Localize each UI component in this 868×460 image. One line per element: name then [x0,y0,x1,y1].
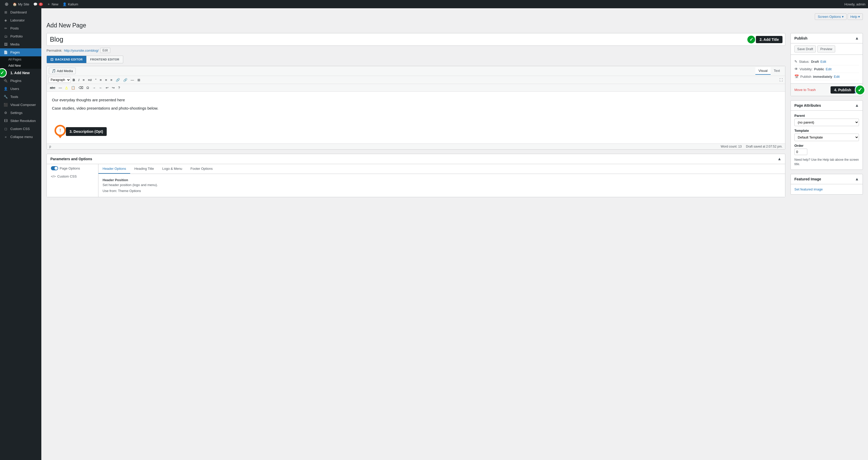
menu-item-plugins[interactable]: 🔌 Plugins [0,77,41,85]
menu-item-pages[interactable]: 📄 Pages [0,48,41,56]
menu-item-media[interactable]: 🖼 Media [0,40,41,48]
hr-button[interactable]: — [57,85,64,90]
permalink-edit-button[interactable]: Edit [100,48,110,53]
special-chars-button[interactable]: Ω [85,85,91,90]
new-content-link[interactable]: ＋ New [45,0,60,8]
menu-item-dashboard[interactable]: ⊞ Dashboard [0,8,41,16]
align-center-button[interactable]: ≡ [103,77,109,83]
menu-label-settings: Settings [10,111,23,115]
params-toggle-button[interactable]: ▲ [777,157,781,161]
comment-count: 0 [39,3,43,6]
keyboard-help-button[interactable]: ? [117,85,121,90]
menu-item-slider-revolution[interactable]: 🎞 Slider Revolution [0,117,41,125]
calendar-icon: 📅 [795,74,799,79]
params-header[interactable]: Parameters and Options ▲ [47,154,785,164]
publish-time-edit-link[interactable]: Edit [834,75,840,79]
add-media-button[interactable]: 🎵 Add Media [49,68,76,74]
menu-item-tools[interactable]: 🔧 Tools [0,93,41,101]
help-button[interactable]: Help ▾ [847,13,863,20]
menu-item-custom-css[interactable]: ◻ Custom CSS [0,125,41,133]
menu-item-users[interactable]: 👤 Users [0,85,41,93]
page-attributes-header[interactable]: Page Attributes ▲ [791,100,863,111]
params-custom-css[interactable]: </> Custom CSS [47,172,98,180]
set-featured-image-link[interactable]: Set featured image [795,187,823,191]
order-input[interactable] [795,149,807,155]
site-name: My Site [18,2,29,6]
featured-image-header[interactable]: Featured Image ▲ [791,174,863,184]
post-title-input[interactable] [50,35,782,43]
indent-button[interactable]: → [91,85,97,90]
comments-icon: 💬 [33,2,37,6]
submenu-add-new[interactable]: Add New [0,63,41,69]
menu-item-settings[interactable]: ⚙ Settings [0,109,41,117]
menu-item-collapse[interactable]: « Collapse menu [0,133,41,141]
preview-button[interactable]: Preview [817,45,835,53]
menu-item-posts[interactable]: ✏ Posts [0,24,41,32]
kalium-link[interactable]: 👤 Kalium [60,0,80,8]
menu-item-portfolio[interactable]: 🗂 Portfolio [0,32,41,40]
ordered-list-button[interactable]: ≡# [87,77,94,83]
backend-editor-button[interactable]: ⊡ BACKEND EDITOR [46,56,87,63]
publish-toggle-button[interactable]: ▲ [855,36,859,40]
unlink-button[interactable]: 🔗 [122,77,129,83]
menu-item-laborator[interactable]: ◈ Laborator [0,16,41,24]
params-page-options[interactable]: Page Options [47,164,98,172]
tab-logo-menu[interactable]: Logo & Menu [158,164,186,174]
paste-text-button[interactable]: 📋 [69,85,77,90]
outdent-button[interactable]: ← [97,85,104,90]
editor-body[interactable]: Our everyday thoughts are presented here… [47,92,785,144]
paragraph-format-select[interactable]: Paragraph [48,77,71,83]
heading-title-label: Heading Title [134,167,154,171]
statusbar-right: Word count: 13 Draft saved at 2:07:52 pm… [721,145,782,148]
template-select[interactable]: Default Template [795,133,859,141]
screen-options-button[interactable]: Screen Options ▾ [815,13,846,20]
redo-button[interactable]: ↪ [110,85,116,90]
clear-format-button[interactable]: ⌫ [77,85,85,90]
site-name-link[interactable]: 🏠 My Site [10,0,31,8]
page-attributes-title: Page Attributes [795,103,821,108]
featured-image-content: Set featured image [791,184,863,194]
menu-label-plugins: Plugins [10,79,22,83]
visibility-edit-link[interactable]: Edit [826,67,831,71]
status-edit-link[interactable]: Edit [820,60,826,64]
status-tag: p [49,145,51,148]
params-left-panel: Page Options </> Custom CSS [47,164,98,197]
fullscreen-button[interactable]: ⛶ [779,78,783,83]
bold-button[interactable]: B [71,77,76,83]
parent-select[interactable]: (no parent) [795,119,859,126]
page-attributes-box: Page Attributes ▲ Parent (no parent) Tem… [790,100,863,170]
status-label: Status: [799,60,809,64]
move-to-trash-link[interactable]: Move to Trash [795,88,815,92]
visual-tab[interactable]: Visual [755,67,771,75]
add-new-label: Add New [8,64,21,67]
menu-label-portfolio: Portfolio [10,34,23,38]
tab-header-options[interactable]: Header Options [98,164,130,174]
text-tab[interactable]: Text [771,67,783,75]
align-right-button[interactable]: ≡ [109,77,114,83]
strikethrough-button[interactable]: abc [48,85,57,90]
undo-button[interactable]: ↩ [104,85,110,90]
text-color-button[interactable]: A [64,85,69,90]
save-draft-button[interactable]: Save Draft [795,45,816,53]
tab-heading-title[interactable]: Heading Title [130,164,158,174]
featured-image-toggle[interactable]: ▲ [855,177,859,181]
blockquote-button[interactable]: " [94,77,98,83]
page-attributes-toggle[interactable]: ▲ [855,103,859,108]
link-button[interactable]: 🔗 [114,77,121,83]
insert-more-button[interactable]: — [129,77,135,83]
page-title-area: Add New Page [46,22,863,29]
status-icon: ✎ [795,59,798,64]
italic-button[interactable]: I [77,77,81,83]
publish-box-header[interactable]: Publish ▲ [791,33,863,43]
unordered-list-button[interactable]: ≡ [81,77,86,83]
comments-link[interactable]: 💬 0 [31,0,45,8]
frontend-editor-button[interactable]: FRONTEND EDITOR [87,56,123,63]
submenu-all-pages[interactable]: All Pages [0,56,41,63]
menu-item-visual-composer[interactable]: ⬛ Visual Composer [0,101,41,109]
wp-logo-link[interactable]: ⊕ [3,0,10,8]
tab-footer-options[interactable]: Footer Options [186,164,217,174]
align-left-button[interactable]: ≡ [98,77,103,83]
permalink-url[interactable]: http://yoursite.comblog/ [64,49,98,53]
menu-item-comments[interactable]: 💬 Comments ✓ 1. Add New [0,69,41,77]
table-button[interactable]: ⊞ [136,77,142,83]
